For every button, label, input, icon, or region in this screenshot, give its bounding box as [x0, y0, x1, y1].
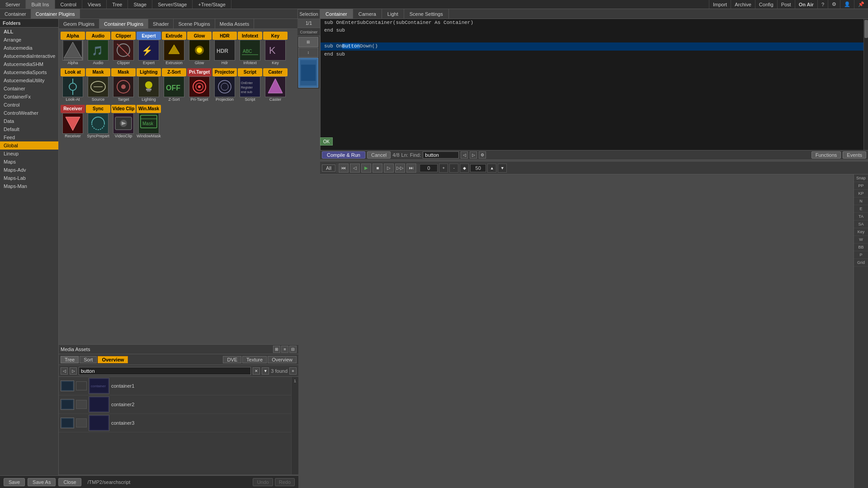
script-scrollbar-thumb[interactable] — [864, 20, 868, 38]
save-as-button[interactable]: Save As — [28, 478, 56, 486]
close-button[interactable]: Close — [58, 478, 81, 486]
menu-builtins[interactable]: Built Ins — [26, 0, 55, 9]
snap-p[interactable]: P — [854, 251, 868, 259]
transport-goto-start[interactable]: ⏮ — [339, 164, 349, 173]
transport-next2[interactable]: ▷▷ — [395, 164, 405, 173]
plugin-script[interactable]: Script OnEnterRegisterend sub Script — [238, 67, 262, 103]
folder-containerfx[interactable]: ContainerFx — [0, 93, 58, 101]
side-tool-2[interactable]: ↕ — [298, 47, 318, 57]
snap-grid[interactable]: Grid — [854, 259, 868, 267]
tab-texture[interactable]: Texture — [242, 356, 267, 363]
transport-position[interactable]: 0 — [420, 164, 438, 172]
folder-astucemedia[interactable]: Astucemedia — [0, 44, 58, 52]
plugin-sync[interactable]: Sync SyncPrepart — [86, 104, 110, 140]
folder-astucemedia-utility[interactable]: AstucemediaUtility — [0, 76, 58, 84]
find-input[interactable] — [423, 151, 459, 159]
cancel-button[interactable]: Cancel — [367, 151, 391, 159]
plugin-videoclip[interactable]: Video Clip VideoClip — [111, 104, 136, 140]
plugin-expert[interactable]: Expert ⚡ Expert — [137, 31, 161, 66]
folder-astucemedia-sports[interactable]: AstucemediaSports — [0, 68, 58, 76]
tab-container[interactable]: Container — [0, 9, 31, 19]
plugin-zsort[interactable]: Z-Sort OFF Z-Sort — [162, 67, 186, 103]
menu-post[interactable]: Post — [777, 0, 795, 9]
folder-container[interactable]: Container — [0, 84, 58, 93]
menu-onair[interactable]: On Air — [795, 0, 817, 9]
transport-time[interactable]: 50 — [470, 164, 486, 172]
search-left-icon[interactable]: ◁ — [61, 367, 68, 375]
snap-n[interactable]: N — [854, 197, 868, 205]
plugin-mask-source[interactable]: Mask Source — [86, 67, 110, 103]
transport-plus[interactable]: + — [439, 164, 448, 173]
folder-global[interactable]: Global — [0, 141, 58, 150]
transport-key[interactable]: ◆ — [460, 164, 469, 173]
folder-default[interactable]: Default — [0, 125, 58, 133]
find-options-icon[interactable]: ⚙ — [479, 151, 486, 159]
tab-container-plugins[interactable]: Container Plugins — [31, 9, 80, 19]
folder-control-weather[interactable]: ControlWeather — [0, 109, 58, 117]
folder-data[interactable]: Data — [0, 117, 58, 125]
redo-button[interactable]: Redo — [275, 478, 295, 486]
tab-right-camera[interactable]: Camera — [353, 9, 382, 19]
snap-bb[interactable]: BB — [854, 244, 868, 251]
snap-w[interactable]: W — [854, 236, 868, 244]
folder-all[interactable]: ALL — [0, 28, 58, 36]
media-icon3[interactable]: ⊟ — [289, 346, 297, 353]
folder-lineup[interactable]: Lineup — [0, 150, 58, 158]
settings-btn[interactable]: ⚙ — [828, 0, 840, 9]
search-clear-icon[interactable]: ✕ — [253, 367, 260, 375]
menu-stage[interactable]: Stage — [128, 0, 152, 9]
plugin-tab-geom[interactable]: Geom Plugins — [59, 19, 99, 28]
plugin-mask-target[interactable]: Mask Target — [111, 67, 136, 103]
folder-maps-man[interactable]: Maps-Man — [0, 182, 58, 190]
user-btn[interactable]: 👤 — [840, 0, 854, 9]
compile-run-button[interactable]: Compile & Run — [322, 151, 365, 159]
snap-e[interactable]: E — [854, 205, 868, 213]
folder-maps[interactable]: Maps — [0, 158, 58, 166]
script-scrollbar[interactable] — [863, 19, 868, 150]
plugin-caster[interactable]: Caster Caster — [263, 67, 288, 103]
menu-serverstage[interactable]: Server/Stage — [152, 0, 193, 9]
tab-sort[interactable]: Sort — [80, 356, 97, 363]
tab-overview[interactable]: Overview — [268, 356, 297, 363]
plugin-projection[interactable]: Projector Projection — [212, 67, 237, 103]
menu-control[interactable]: Control — [55, 0, 82, 9]
find-prev-icon[interactable]: ◁ — [461, 151, 468, 159]
folder-feed[interactable]: Feed — [0, 133, 58, 141]
plugin-infotext[interactable]: Infotext ABC Infotext — [238, 31, 262, 66]
folder-maps-lab[interactable]: Maps-Lab — [0, 174, 58, 182]
folder-control[interactable]: Control — [0, 101, 58, 109]
tab-right-scene[interactable]: Scene Settings — [404, 9, 449, 19]
plugin-lookat[interactable]: Look at Look-At — [61, 67, 85, 103]
plugin-pri-target[interactable]: Pri.Target Pri-Target — [187, 67, 212, 103]
transport-stop[interactable]: ■ — [373, 164, 382, 173]
tab-search[interactable]: Overview — [98, 356, 128, 363]
plugin-tab-scene[interactable]: Scene Plugins — [174, 19, 215, 28]
folder-astucemedia-interactive[interactable]: AstucemediaInteractive — [0, 52, 58, 60]
menu-views[interactable]: Views — [82, 0, 107, 9]
transport-all[interactable]: All — [322, 164, 335, 172]
menu-archive[interactable]: Archive — [731, 0, 755, 9]
plugin-tab-media[interactable]: Media Assets — [215, 19, 254, 28]
plugin-extrusion[interactable]: Extrude Extrusion — [162, 31, 186, 66]
pin-btn[interactable]: 📌 — [854, 0, 868, 9]
plugin-glow[interactable]: Glow Glow — [187, 31, 212, 66]
result-container3[interactable]: container3 — [59, 414, 298, 432]
plugin-hdr[interactable]: HDR HDR Hdr — [212, 31, 237, 66]
menu-treestage[interactable]: +Tree/Stage — [193, 0, 231, 9]
search-options-icon[interactable]: ▼ — [262, 367, 269, 375]
undo-button[interactable]: Undo — [253, 478, 273, 486]
snap-pp[interactable]: PP — [854, 182, 868, 190]
tab-right-light[interactable]: Light — [382, 9, 404, 19]
search-input[interactable] — [79, 367, 251, 375]
plugin-clipper[interactable]: Clipper Clipper — [111, 31, 136, 66]
plugin-alpha[interactable]: Alpha Alpha — [61, 31, 85, 66]
transport-end[interactable]: ⏭ — [406, 164, 416, 173]
plugin-lighting[interactable]: Lighting Lighting — [137, 67, 161, 103]
snap-sa[interactable]: SA — [854, 221, 868, 228]
media-icon2[interactable]: ≡ — [281, 346, 288, 353]
find-next-icon[interactable]: ▷ — [470, 151, 477, 159]
help-btn[interactable]: ? — [817, 0, 828, 9]
folder-astucemedia-shm[interactable]: AstucemediaSHM — [0, 60, 58, 68]
result-container1[interactable]: container container1 — [59, 377, 298, 395]
tab-tree[interactable]: Tree — [61, 356, 79, 363]
